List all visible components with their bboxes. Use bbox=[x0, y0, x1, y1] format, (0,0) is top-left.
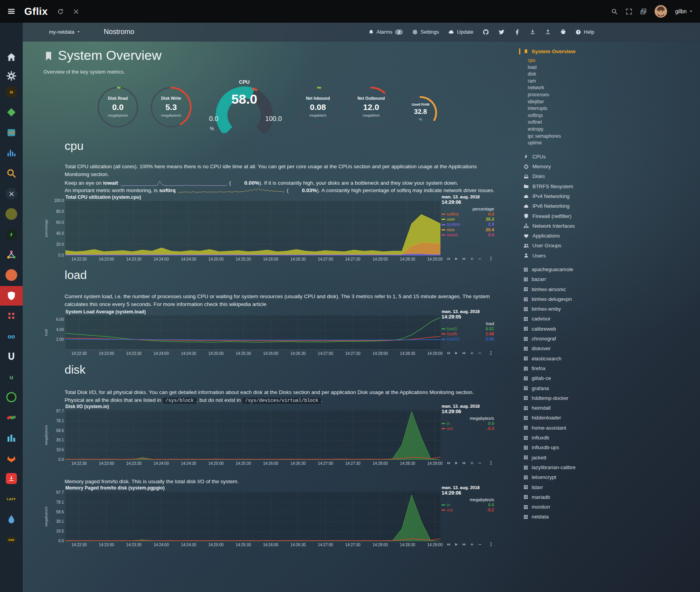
menu-app-elasticsearch[interactable]: elasticsearch bbox=[523, 354, 617, 363]
app-icon-unraid[interactable] bbox=[0, 347, 23, 366]
app-icon-tautulli[interactable] bbox=[0, 184, 23, 203]
chart-resize-handle[interactable] bbox=[489, 542, 493, 547]
chart-plot[interactable] bbox=[65, 410, 440, 460]
legend-row-softirq[interactable]: softirq0.0 bbox=[442, 212, 494, 217]
download-icon[interactable] bbox=[530, 29, 536, 35]
app-icon-towers-app[interactable] bbox=[0, 428, 23, 447]
legend-row-load15[interactable]: load152.06 bbox=[442, 336, 494, 342]
user-menu[interactable]: gilbn bbox=[675, 8, 693, 14]
menu-app-lidarr[interactable]: lidarr bbox=[523, 482, 617, 492]
app-icon-download-app[interactable] bbox=[0, 469, 23, 488]
chart-resize-handle[interactable] bbox=[489, 351, 493, 355]
menu-subitem-cpu[interactable]: cpu bbox=[528, 57, 617, 64]
menu-section-memory[interactable]: Memory bbox=[523, 162, 617, 171]
app-icon-ubooquity[interactable]: u bbox=[0, 367, 23, 386]
menu-app-gitlab-ce[interactable]: gitlab-ce bbox=[523, 373, 617, 383]
chart-plot[interactable] bbox=[65, 315, 440, 350]
host-selector[interactable]: my-netdata bbox=[49, 29, 80, 35]
menu-section-ipv6-networking[interactable]: IPv6 Networking bbox=[523, 201, 617, 211]
menu-subitem-softnet[interactable]: softnet bbox=[528, 119, 617, 126]
menu-app-firefox[interactable]: firefox bbox=[523, 363, 617, 373]
menu-subitem-load[interactable]: load bbox=[528, 64, 617, 71]
menu-app-netdata[interactable]: netdata bbox=[523, 512, 617, 522]
menu-section-firewall-netfilter-[interactable]: Firewall (netfilter) bbox=[523, 211, 617, 221]
menu-section-cpus[interactable]: CPUs bbox=[523, 152, 617, 162]
menu-section-applications[interactable]: Applications bbox=[523, 231, 617, 241]
pan-forward-button[interactable] bbox=[462, 351, 466, 355]
menu-subitem-entropy[interactable]: entropy bbox=[528, 126, 617, 133]
legend-row-load5[interactable]: load52.68 bbox=[442, 331, 494, 336]
alarms-button[interactable]: Alarms 2 bbox=[368, 29, 403, 35]
app-icon-ombi[interactable] bbox=[0, 266, 23, 284]
menu-subitem-ipc-semaphores[interactable]: ipc semaphores bbox=[528, 133, 617, 140]
app-icon-jackett[interactable] bbox=[0, 164, 23, 183]
app-icon-pills-app[interactable] bbox=[0, 408, 23, 427]
fullscreen-icon[interactable] bbox=[626, 8, 632, 15]
app-icon-gitlab[interactable] bbox=[0, 449, 23, 468]
pan-backward-button[interactable] bbox=[446, 542, 451, 547]
app-icon-plex[interactable]: » bbox=[0, 83, 23, 101]
app-icon-sabnzbd[interactable]: sab bbox=[0, 530, 23, 549]
chart-resize-handle[interactable] bbox=[489, 256, 493, 261]
menu-subitem-processes[interactable]: processes bbox=[528, 92, 617, 99]
app-icon-lazylibrarian[interactable]: LAZY bbox=[0, 489, 23, 508]
menu-app-grafana[interactable]: grafana bbox=[523, 383, 617, 393]
menu-app-mariadb[interactable]: mariadb bbox=[523, 492, 617, 502]
menu-subitem-disk[interactable]: disk bbox=[528, 71, 617, 78]
windows-icon[interactable] bbox=[640, 8, 647, 15]
menu-subitem-ram[interactable]: ram bbox=[528, 78, 617, 85]
menu-system-overview[interactable]: System Overview bbox=[519, 49, 617, 54]
legend-row-out[interactable]: out-5.2 bbox=[442, 507, 494, 513]
zoom-in-button[interactable] bbox=[470, 257, 474, 261]
menu-app-jackett[interactable]: jackett bbox=[523, 453, 617, 462]
pan-backward-button[interactable] bbox=[446, 351, 451, 355]
app-icon-netdata[interactable] bbox=[0, 286, 23, 306]
app-icon-home[interactable] bbox=[0, 48, 23, 67]
pan-backward-button[interactable] bbox=[446, 461, 451, 465]
menu-subitem-network[interactable]: network bbox=[528, 85, 617, 92]
facebook-icon[interactable] bbox=[514, 29, 520, 35]
app-icon-portainer[interactable] bbox=[0, 123, 23, 142]
menu-section-user-groups[interactable]: User Groups bbox=[523, 241, 617, 250]
search-icon[interactable] bbox=[611, 8, 618, 15]
menu-section-network-interfaces[interactable]: Network Interfaces bbox=[523, 221, 617, 231]
upload-icon[interactable] bbox=[545, 29, 551, 35]
play-button[interactable] bbox=[454, 351, 458, 355]
wikipedia-link[interactable]: wikipedia article bbox=[229, 301, 266, 307]
help-button[interactable]: ? Help bbox=[576, 29, 594, 35]
menu-app-monitorr[interactable]: monitorr bbox=[523, 502, 617, 512]
pan-forward-button[interactable] bbox=[462, 461, 466, 465]
pan-backward-button[interactable] bbox=[446, 257, 451, 261]
menu-app-binhex-emby[interactable]: binhex-emby bbox=[523, 304, 617, 314]
legend-row-iowait[interactable]: iowait0.0 bbox=[442, 232, 494, 238]
menu-app-lazylibrarian-calibre[interactable]: lazylibrarian-calibre bbox=[523, 462, 617, 472]
menu-section-disks[interactable]: Disks bbox=[523, 171, 617, 181]
menu-app-heimdall[interactable]: heimdall bbox=[523, 403, 617, 413]
app-icon-ring-app[interactable] bbox=[0, 388, 23, 407]
legend-row-load1[interactable]: load16.51 bbox=[442, 326, 494, 331]
menu-section-users[interactable]: Users bbox=[523, 251, 617, 261]
print-icon[interactable] bbox=[560, 29, 566, 35]
app-icon-deluge[interactable] bbox=[0, 510, 23, 529]
chart-resize-handle[interactable] bbox=[489, 461, 493, 465]
app-icon-nzbget[interactable] bbox=[0, 103, 23, 122]
pan-forward-button[interactable] bbox=[462, 542, 466, 547]
menu-icon[interactable] bbox=[7, 7, 16, 16]
zoom-out-button[interactable] bbox=[478, 351, 482, 355]
menu-app-hiddenloader[interactable]: hiddenloader bbox=[523, 413, 617, 423]
menu-section-btrfs-filesystem[interactable]: BTRFS filesystem bbox=[523, 182, 617, 191]
pan-forward-button[interactable] bbox=[462, 257, 466, 261]
play-button[interactable] bbox=[454, 257, 458, 261]
menu-app-binhex-delugevpn[interactable]: binhex-delugevpn bbox=[523, 294, 617, 304]
app-icon-organizr[interactable] bbox=[0, 225, 23, 244]
zoom-out-button[interactable] bbox=[478, 257, 482, 261]
menu-subitem-softirqs[interactable]: softirqs bbox=[528, 112, 617, 119]
twitter-icon[interactable] bbox=[498, 29, 505, 35]
zoom-in-button[interactable] bbox=[470, 351, 474, 355]
menu-app-influxdb[interactable]: influxdb bbox=[523, 433, 617, 443]
menu-app-hddtemp-docker[interactable]: hddtemp-docker bbox=[523, 393, 617, 403]
refresh-icon[interactable] bbox=[57, 8, 64, 15]
settings-button[interactable]: Settings bbox=[412, 29, 439, 35]
menu-subitem-uptime[interactable]: uptime bbox=[528, 140, 617, 147]
avatar[interactable] bbox=[655, 5, 667, 18]
